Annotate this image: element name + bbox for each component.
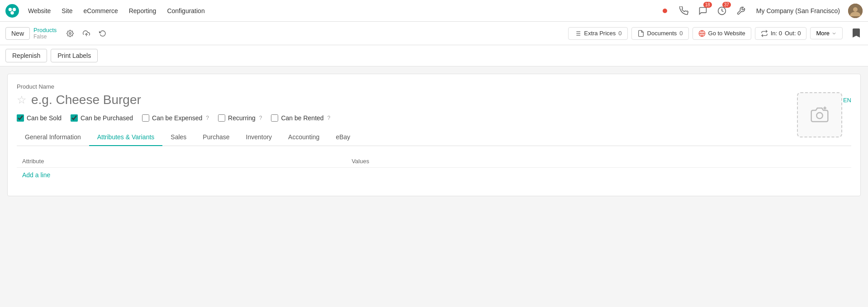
company-selector[interactable]: My Company (San Francisco) [753,5,844,16]
product-tabs: General Information Attributes & Variant… [17,129,851,146]
extra-prices-button[interactable]: Extra Prices 0 [568,27,627,40]
go-to-website-button[interactable]: Go to Website [693,27,751,40]
can-be-sold-label: Can be Sold [27,114,62,122]
form-container: Product Name ☆ G EN Can be Sold Can be P… [17,83,851,187]
values-col-header: Values [351,158,846,165]
documents-button[interactable]: Documents 0 [631,27,689,40]
attribute-col-header: Attribute [22,158,351,165]
price-list-icon [574,30,581,37]
odoo-logo[interactable] [5,4,19,18]
can-be-rented-help-icon[interactable]: ? [327,115,331,121]
new-button[interactable]: New [5,27,30,40]
can-be-expensed-help-icon[interactable]: ? [206,115,209,121]
tab-attributes-variants[interactable]: Attributes & Variants [89,129,163,146]
chat-icon [698,6,707,15]
more-button[interactable]: More [810,27,843,39]
more-label: More [816,30,830,37]
sub-action-bar: Replenish Print Labels [0,45,868,66]
tab-sales[interactable]: Sales [162,129,194,146]
documents-count: 0 [679,30,683,37]
svg-point-1 [9,8,12,11]
in-label: In: 0 [771,30,782,37]
recurring-checkbox[interactable] [218,114,225,122]
recurring-checkbox-item: Recurring ? [218,114,262,122]
breadcrumb-false: False [33,33,57,40]
tab-content-attributes: Attribute Values Add a line [17,146,851,187]
print-labels-button[interactable]: Print Labels [51,49,98,62]
user-avatar[interactable] [848,4,863,18]
undo-button[interactable] [96,27,109,40]
extra-prices-label: Extra Prices [584,30,616,37]
can-be-rented-label: Can be Rented [281,114,323,122]
attribute-table-header: Attribute Values [17,155,851,168]
nav-configuration[interactable]: Configuration [162,5,209,17]
upload-button[interactable] [80,27,93,40]
svg-point-2 [13,8,16,11]
nav-site[interactable]: Site [57,5,77,17]
favorite-star-icon[interactable]: ☆ [17,94,27,106]
can-be-purchased-label: Can be Purchased [81,114,133,122]
svg-point-6 [853,7,858,12]
tab-ebay[interactable]: eBay [327,129,358,146]
product-name-input[interactable] [31,93,823,107]
bookmark-icon [853,28,860,38]
nav-ecommerce[interactable]: eCommerce [79,5,122,17]
tab-general-information[interactable]: General Information [17,129,89,146]
status-dot-button[interactable] [658,4,672,18]
chat-icon-button[interactable]: 18 [696,4,710,18]
clock-icon-button[interactable]: 37 [715,4,729,18]
language-selector[interactable]: EN [843,97,851,104]
tab-purchase[interactable]: Purchase [194,129,237,146]
globe-icon [698,30,706,37]
gear-icon [66,30,74,37]
can-be-rented-checkbox[interactable] [271,114,278,122]
can-be-purchased-checkbox[interactable] [71,114,78,122]
undo-icon [99,30,106,37]
phone-icon-button[interactable] [677,4,691,18]
product-form: Product Name ☆ G EN Can be Sold Can be P… [7,74,861,196]
settings-icon-button[interactable] [734,4,748,18]
can-be-sold-checkbox-item: Can be Sold [17,114,62,122]
can-be-expensed-checkbox[interactable] [142,114,149,122]
breadcrumb-products-link[interactable]: Products [33,27,57,33]
replenish-button[interactable]: Replenish [5,49,47,62]
nav-icons: 18 37 My Company (San Francisco) [658,4,863,18]
add-line-button[interactable]: Add a line [17,168,56,182]
can-be-sold-checkbox[interactable] [17,114,24,122]
in-out-button[interactable]: In: 0 Out: 0 [755,27,807,40]
can-be-expensed-label: Can be Expensed [152,114,202,122]
upload-icon [83,30,90,37]
svg-point-3 [10,11,14,14]
product-name-label: Product Name [17,83,851,90]
out-label: Out: 0 [785,30,801,37]
can-be-purchased-checkbox-item: Can be Purchased [71,114,133,122]
transfer-icon [761,30,768,37]
company-name: My Company (San Francisco) [756,7,840,14]
clock-icon [717,6,726,15]
nav-website[interactable]: Website [24,5,55,17]
product-name-row: ☆ G EN [17,93,851,107]
settings-icon [736,6,745,15]
go-to-website-label: Go to Website [708,30,745,37]
clock-badge: 37 [722,2,731,8]
documents-label: Documents [647,30,677,37]
camera-plus-icon [811,106,829,124]
chat-badge: 18 [703,2,712,8]
recurring-help-icon[interactable]: ? [259,115,262,121]
status-dot [663,9,667,13]
nav-reporting[interactable]: Reporting [124,5,161,17]
svg-point-7 [69,33,71,34]
extra-prices-count: 0 [618,30,621,37]
tab-inventory[interactable]: Inventory [238,129,280,146]
bookmark-button[interactable] [850,27,863,40]
chevron-down-icon [831,31,837,36]
document-icon [637,30,645,37]
settings-gear-button[interactable] [64,27,76,40]
phone-icon [679,6,688,15]
tab-accounting[interactable]: Accounting [280,129,327,146]
action-bar: New Products False Extra Prices 0 Docume… [0,22,868,45]
product-image-upload[interactable] [797,92,842,137]
product-flags-row: Can be Sold Can be Purchased Can be Expe… [17,114,851,122]
can-be-rented-checkbox-item: Can be Rented ? [271,114,330,122]
breadcrumb: Products False [33,27,57,40]
